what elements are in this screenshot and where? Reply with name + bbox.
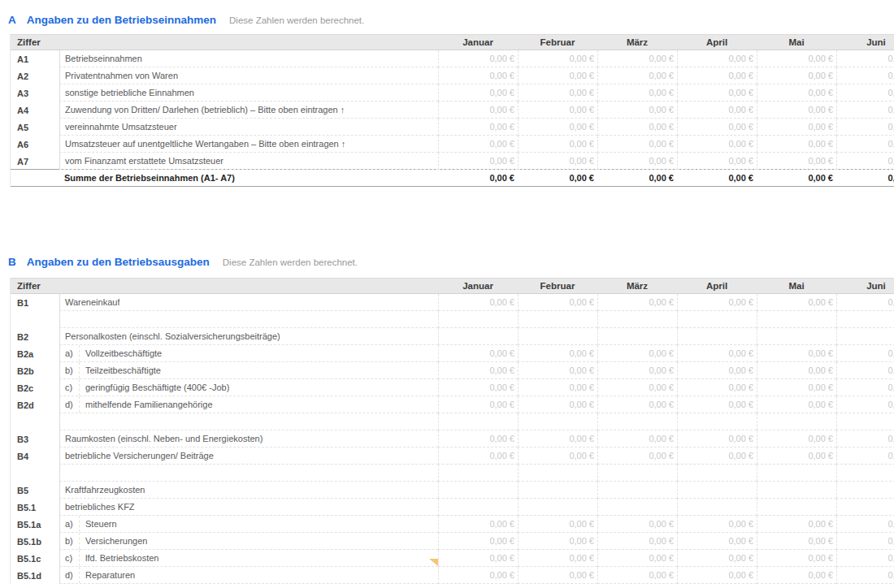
cell-empty[interactable] <box>438 413 518 430</box>
row-code-cell[interactable] <box>11 311 59 328</box>
cell-value-B5.1b-März[interactable]: 0,00 € <box>597 533 677 550</box>
cell-empty[interactable] <box>438 482 518 499</box>
cell-value-A5-Juni[interactable]: 0,00 € <box>836 119 894 136</box>
row-code-cell[interactable]: B5.1c <box>11 550 59 567</box>
column-header-month-1[interactable]: Januar <box>438 279 518 293</box>
row-description-cell[interactable]: sonstige betriebliche Einnahmen <box>59 84 438 102</box>
cell-value-sum-Juni[interactable]: 0,00 € <box>836 170 894 186</box>
cell-empty[interactable] <box>757 311 836 328</box>
cell-value-B4-April[interactable]: 0,00 € <box>677 447 757 465</box>
cell-empty[interactable] <box>757 465 836 482</box>
cell-value-B2a-Mai[interactable]: 0,00 € <box>757 345 836 362</box>
cell-empty[interactable] <box>597 465 677 482</box>
row-description-cell[interactable]: Raumkosten (einschl. Neben- und Energiek… <box>59 430 438 447</box>
cell-value-A4-April[interactable]: 0,00 € <box>677 102 757 119</box>
cell-empty[interactable] <box>677 328 757 345</box>
row-description-cell[interactable]: Umsatzsteuer auf unentgeltliche Wertanga… <box>59 136 438 153</box>
cell-value-A2-April[interactable]: 0,00 € <box>677 67 757 84</box>
cell-value-B2d-Februar[interactable]: 0,00 € <box>518 396 597 413</box>
column-header-month-5[interactable]: Mai <box>757 35 836 50</box>
row-code-cell[interactable] <box>11 465 59 482</box>
row-code-cell[interactable]: A1 <box>11 50 59 67</box>
cell-value-B5.1d-Juni[interactable]: 0,00 € <box>836 567 894 584</box>
cell-value-sum-Februar[interactable]: 0,00 € <box>518 170 597 186</box>
cell-value-B2c-April[interactable]: 0,00 € <box>677 379 757 396</box>
column-header-month-5[interactable]: Mai <box>757 279 836 293</box>
cell-value-A4-Januar[interactable]: 0,00 € <box>438 102 518 119</box>
cell-value-B1-April[interactable]: 0,00 € <box>677 294 757 311</box>
cell-value-B2d-Mai[interactable]: 0,00 € <box>757 396 836 413</box>
cell-value-B1-Februar[interactable]: 0,00 € <box>518 294 597 311</box>
column-header-description[interactable] <box>59 35 438 50</box>
cell-value-A3-April[interactable]: 0,00 € <box>677 84 757 102</box>
cell-value-B2d-Juni[interactable]: 0,00 € <box>836 396 894 413</box>
cell-value-B5.1b-Februar[interactable]: 0,00 € <box>518 533 597 550</box>
cell-empty[interactable] <box>518 499 597 516</box>
cell-empty[interactable] <box>757 499 836 516</box>
cell-value-A5-März[interactable]: 0,00 € <box>597 119 677 136</box>
cell-value-B3-Februar[interactable]: 0,00 € <box>518 430 597 447</box>
cell-value-B4-März[interactable]: 0,00 € <box>597 447 677 465</box>
cell-value-A6-Januar[interactable]: 0,00 € <box>438 136 518 153</box>
column-header-month-6[interactable]: Juni <box>836 279 894 293</box>
row-description-cell[interactable] <box>59 465 438 482</box>
cell-value-A7-Januar[interactable]: 0,00 € <box>438 153 518 170</box>
cell-value-A3-Februar[interactable]: 0,00 € <box>518 84 597 102</box>
cell-value-B2a-Juni[interactable]: 0,00 € <box>836 345 894 362</box>
cell-empty[interactable] <box>677 482 757 499</box>
cell-value-B2c-Februar[interactable]: 0,00 € <box>518 379 597 396</box>
cell-value-sum-April[interactable]: 0,00 € <box>677 170 757 186</box>
row-code-cell[interactable]: B2d <box>11 396 59 413</box>
cell-value-B4-Februar[interactable]: 0,00 € <box>518 447 597 465</box>
cell-value-A5-Februar[interactable]: 0,00 € <box>518 119 597 136</box>
cell-value-B5.1a-Mai[interactable]: 0,00 € <box>757 516 836 533</box>
cell-empty[interactable] <box>677 311 757 328</box>
cell-value-A6-Mai[interactable]: 0,00 € <box>757 136 836 153</box>
cell-value-A1-Februar[interactable]: 0,00 € <box>518 50 597 67</box>
column-header-month-2[interactable]: Februar <box>518 279 597 293</box>
cell-value-B5.1c-April[interactable]: 0,00 € <box>677 550 757 567</box>
cell-empty[interactable] <box>438 465 518 482</box>
cell-value-A1-April[interactable]: 0,00 € <box>677 50 757 67</box>
cell-value-B2a-April[interactable]: 0,00 € <box>677 345 757 362</box>
column-header-month-3[interactable]: März <box>597 279 677 293</box>
cell-value-B2a-Januar[interactable]: 0,00 € <box>438 345 518 362</box>
cell-value-A7-April[interactable]: 0,00 € <box>677 153 757 170</box>
cell-value-B2d-April[interactable]: 0,00 € <box>677 396 757 413</box>
row-description-cell[interactable]: c)lfd. Betriebskosten <box>59 550 438 567</box>
row-code-cell[interactable]: B5.1 <box>11 499 59 516</box>
cell-empty[interactable] <box>597 328 677 345</box>
cell-value-B3-Januar[interactable]: 0,00 € <box>438 430 518 447</box>
row-description-cell[interactable]: betriebliches KFZ <box>59 499 438 516</box>
column-header-month-4[interactable]: April <box>677 35 757 50</box>
cell-value-A3-Mai[interactable]: 0,00 € <box>757 84 836 102</box>
row-code-cell[interactable] <box>11 170 59 186</box>
cell-empty[interactable] <box>677 499 757 516</box>
row-description-cell[interactable]: Personalkosten (einschl. Sozialversicher… <box>59 328 438 345</box>
row-description-cell[interactable]: c)geringfügig Beschäftigte (400€ -Job) <box>59 379 438 396</box>
cell-value-A3-Januar[interactable]: 0,00 € <box>438 84 518 102</box>
cell-value-B5.1b-Mai[interactable]: 0,00 € <box>757 533 836 550</box>
row-description-cell[interactable]: b)Teilzeitbeschäftigte <box>59 362 438 379</box>
cell-value-A7-März[interactable]: 0,00 € <box>597 153 677 170</box>
row-code-cell[interactable]: A3 <box>11 84 59 102</box>
cell-value-A2-Juni[interactable]: 0,00 € <box>836 67 894 84</box>
cell-value-A6-Juni[interactable]: 0,00 € <box>836 136 894 153</box>
cell-value-A2-Februar[interactable]: 0,00 € <box>518 67 597 84</box>
row-code-cell[interactable]: B5.1b <box>11 533 59 550</box>
row-description-cell[interactable]: Zuwendung von Dritten/ Darlehen (betrieb… <box>59 102 438 119</box>
cell-value-B2a-Februar[interactable]: 0,00 € <box>518 345 597 362</box>
cell-empty[interactable] <box>438 311 518 328</box>
cell-value-A2-März[interactable]: 0,00 € <box>597 67 677 84</box>
cell-empty[interactable] <box>518 465 597 482</box>
row-code-cell[interactable]: B5.1a <box>11 516 59 533</box>
cell-value-B2b-Februar[interactable]: 0,00 € <box>518 362 597 379</box>
row-description-cell[interactable]: vereinnahmte Umsatzsteuer <box>59 119 438 136</box>
row-description-cell[interactable]: a)Vollzeitbeschäftigte <box>59 345 438 362</box>
cell-value-B5.1c-März[interactable]: 0,00 € <box>597 550 677 567</box>
cell-empty[interactable] <box>836 413 894 430</box>
row-description-cell[interactable]: Betriebseinnahmen <box>59 50 438 67</box>
column-header-ziffer[interactable]: Ziffer <box>11 279 59 293</box>
row-description-cell[interactable] <box>59 311 438 328</box>
cell-empty[interactable] <box>836 311 894 328</box>
